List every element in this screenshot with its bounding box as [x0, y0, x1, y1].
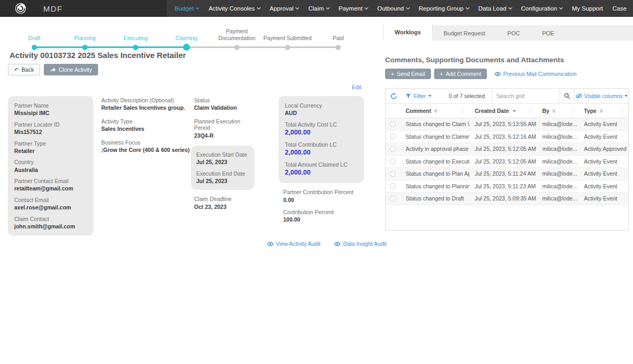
step-dot: [133, 45, 138, 50]
tab-poc[interactable]: POC: [496, 25, 531, 41]
nav-item-outbound[interactable]: Outbound: [372, 0, 414, 17]
filter-dropdown[interactable]: Filter: [401, 89, 436, 103]
plus-icon: +: [440, 71, 443, 77]
nav-item-configuration[interactable]: Configuration: [516, 0, 567, 17]
search-icon[interactable]: [559, 89, 574, 103]
execution-dates-card: Execution Start DateJul 25, 2023 Executi…: [191, 146, 254, 190]
header-type[interactable]: Type ⋮: [579, 104, 628, 118]
field-claim-contact: Claim Contactjohn.smith@gmail.com: [14, 216, 87, 230]
table-row[interactable]: Status changed to Planning Jul 25, 2023,…: [386, 180, 628, 193]
comments-actions: + Send Email + Add Comment Previous Mail…: [385, 69, 577, 79]
row-radio[interactable]: [390, 133, 396, 139]
header-by[interactable]: By ⋮: [537, 104, 579, 118]
table-row[interactable]: Status changed to Plan App... Jul 25, 20…: [386, 168, 628, 180]
table-row[interactable]: Status changed to Claiming Jul 25, 2023,…: [386, 131, 628, 143]
refresh-icon[interactable]: [386, 89, 401, 103]
data-insight-audit-link[interactable]: Data Insight Audit: [334, 241, 386, 247]
step-payment-submitted: Payment Submitted: [262, 25, 313, 51]
header-comment[interactable]: Comment ⋮: [399, 104, 469, 118]
step-dot: [234, 45, 239, 50]
chevron-down-icon: [509, 6, 512, 9]
step-dot: [82, 45, 88, 50]
step-draft: Draft: [9, 25, 60, 51]
field-activity-description: Activity Description (Optional)Retailer …: [101, 97, 194, 111]
column-menu-icon[interactable]: ⋮: [528, 108, 537, 114]
field-local-currency: Local CurrencyAUD: [285, 102, 358, 117]
tab-budget-request[interactable]: Budget Request: [433, 25, 496, 41]
grid-search: [492, 89, 559, 103]
chevron-down-icon: [196, 6, 199, 9]
table-row[interactable]: Activity in approval phase P... Jul 25, …: [386, 143, 628, 156]
sort-icon[interactable]: [600, 109, 603, 113]
field-total-contribution: Total Contribution LC2,000.00: [285, 141, 358, 157]
sort-icon[interactable]: [552, 109, 555, 113]
grid-header: Comment ⋮ Created Date ⋮ By ⋮ Type ⋮: [386, 104, 628, 118]
chevron-down-icon: [559, 6, 563, 9]
visible-columns-dropdown[interactable]: Visible columns: [574, 89, 628, 103]
chevron-down-icon: [466, 6, 469, 9]
chevron-down-icon: [406, 6, 410, 9]
undo-arrow-icon: ↶: [14, 66, 19, 73]
field-execution-start-date: Execution Start DateJul 25, 2023: [196, 151, 249, 166]
table-row[interactable]: Status changed to Claim Val... Jul 25, 2…: [386, 118, 628, 131]
status-column: StatusClaim Validation Planned Execution…: [191, 97, 254, 217]
nav-item-approval[interactable]: Approval: [265, 0, 303, 17]
field-contact-email: Contact Emailaxel.rose@gmail.com: [14, 197, 87, 211]
row-radio[interactable]: [390, 146, 396, 152]
step-dot: [183, 44, 190, 51]
step-payment-documentation: Payment Documentation: [212, 25, 262, 51]
field-planned-execution-period: Planned Execution Period23Q4-R: [191, 118, 254, 139]
selection-count: 0 of 7 selected: [436, 89, 492, 103]
nav-item-claim[interactable]: Claim: [303, 0, 333, 17]
field-execution-end-date: Execution End DateJul 25, 2023: [196, 170, 249, 185]
comments-section-title: Comments, Supporting Documents and Attac…: [385, 56, 564, 64]
row-radio[interactable]: [390, 196, 396, 202]
step-dot: [285, 45, 290, 50]
add-comment-button[interactable]: + Add Comment: [434, 69, 487, 79]
nav-item-case[interactable]: Case: [608, 0, 631, 17]
sort-desc-icon[interactable]: [513, 110, 516, 112]
tab-worklogs[interactable]: Worklogs: [383, 23, 433, 41]
financials-column: Local CurrencyAUD Total Activity Cost LC…: [279, 96, 364, 223]
nav-item-activity-consoles[interactable]: Activity Consoles: [204, 0, 265, 17]
field-partner-name: Partner NameMissisipi IMC: [14, 102, 87, 117]
chevron-down-icon: [365, 6, 368, 9]
tab-poe[interactable]: POE: [531, 25, 565, 41]
field-contribution-percent: Contribution Percent100.00: [283, 209, 364, 223]
header-created-date[interactable]: Created Date ⋮: [469, 104, 537, 118]
nav-item-payment[interactable]: Payment: [334, 0, 372, 17]
field-activity-type: Activity TypeSales Incentives: [101, 118, 194, 132]
back-button[interactable]: ↶ Back: [8, 64, 40, 75]
field-partner-contact-email: Partner Contact Emailretailteam@gmail.co…: [14, 178, 87, 192]
table-row[interactable]: Status changed to Draft Jul 25, 2023, 5:…: [386, 193, 628, 205]
row-radio[interactable]: [390, 171, 396, 177]
search-grid-input[interactable]: [492, 93, 559, 99]
action-bar: ↶ Back Clone Activity: [8, 64, 98, 75]
column-menu-icon[interactable]: ⋮: [461, 108, 469, 114]
field-business-focus: Business Focus;Grow the Core (400 & 600 …: [101, 139, 194, 154]
brand-title: MDF: [43, 4, 63, 13]
send-email-button[interactable]: + Send Email: [385, 69, 431, 79]
chevron-down-icon: [428, 95, 431, 97]
logo-icon[interactable]: [15, 3, 26, 14]
row-radio[interactable]: [390, 158, 396, 164]
clone-activity-button[interactable]: Clone Activity: [44, 64, 98, 75]
funnel-icon: [406, 93, 411, 99]
edit-link[interactable]: Edit: [352, 84, 361, 90]
table-row[interactable]: Status changed to Executing Jul 25, 2023…: [386, 156, 628, 168]
column-menu-icon[interactable]: ⋮: [619, 108, 628, 114]
sort-icon[interactable]: [434, 109, 437, 113]
previous-mail-communication-link[interactable]: Previous Mail Communication: [494, 71, 577, 77]
row-radio[interactable]: [390, 183, 396, 189]
nav-item-reporting-group[interactable]: Reporting Group: [414, 0, 474, 17]
field-status: StatusClaim Validation: [191, 97, 254, 111]
row-radio[interactable]: [390, 121, 396, 127]
top-nav: MDF Budget Activity Consoles Approval Cl…: [0, 0, 633, 17]
audit-links: View Activity Audit Data Insight Audit: [267, 241, 387, 247]
view-activity-audit-link[interactable]: View Activity Audit: [267, 241, 320, 247]
nav-menu: Budget Activity Consoles Approval Claim …: [170, 0, 633, 17]
nav-item-data-load[interactable]: Data Load: [474, 0, 516, 17]
nav-item-budget[interactable]: Budget: [170, 0, 204, 17]
column-menu-icon[interactable]: ⋮: [570, 108, 579, 114]
nav-item-my-support[interactable]: My Support: [567, 0, 608, 17]
